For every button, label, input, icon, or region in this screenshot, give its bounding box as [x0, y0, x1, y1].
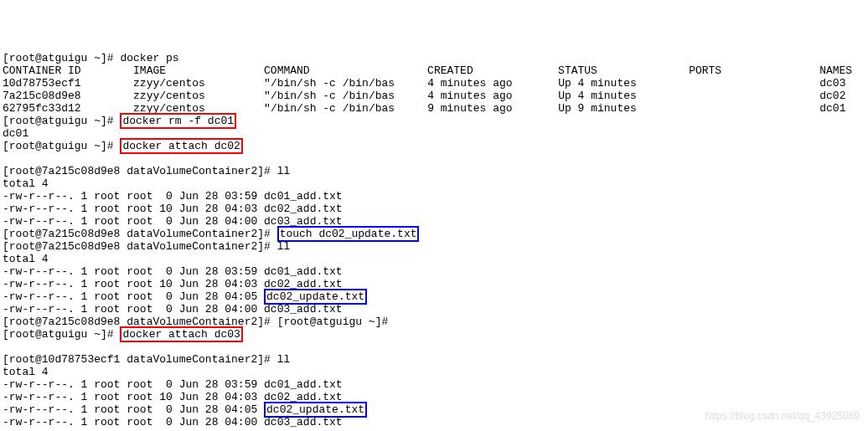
blank-line: [3, 152, 9, 165]
terminal-line: total 4: [3, 366, 49, 378]
terminal-line: [root@7a215c08d9e8 dataVolumeContainer2]…: [3, 240, 290, 253]
docker-rm-command: docker rm -f dc01: [120, 113, 236, 129]
docker-attach-dc02-command: docker attach dc02: [120, 138, 242, 154]
list-item: -rw-r--r--. 1 root root 0 Jun 28 04:00 d…: [3, 303, 343, 316]
terminal-line: CONTAINER ID IMAGE COMMAND CREATED STATU…: [3, 64, 852, 77]
list-item: -rw-r--r--. 1 root root 0 Jun 28 03:59 d…: [3, 265, 343, 278]
docker-attach-dc03-command: docker attach dc03: [120, 326, 242, 342]
list-item: -rw-r--r--. 1 root root 0 Jun 28 03:59 d…: [3, 190, 343, 203]
touch-command: touch dc02_update.txt: [277, 226, 420, 242]
terminal-line: total 4: [3, 177, 49, 190]
terminal-line: [root@atguigu ~]# docker attach dc03: [3, 326, 243, 342]
terminal-line: [root@atguigu ~]# docker ps: [3, 52, 179, 64]
list-item: -rw-r--r--. 1 root root 0 Jun 28 04:00 d…: [3, 416, 343, 428]
terminal-line: total 4: [3, 253, 49, 265]
terminal-line: [root@10d78753ecf1 dataVolumeContainer2]…: [3, 353, 290, 366]
list-item: -rw-r--r--. 1 root root 10 Jun 28 04:03 …: [3, 203, 343, 215]
terminal-line: [root@atguigu ~]# docker rm -f dc01: [3, 113, 236, 129]
list-item: -rw-r--r--. 1 root root 0 Jun 28 03:59 d…: [3, 378, 343, 391]
terminal-line: [root@7a215c08d9e8 dataVolumeContainer2]…: [3, 165, 290, 177]
terminal-line: dc01: [3, 127, 28, 140]
watermark: https://blog.csdn.net/qq_43925089: [705, 410, 860, 423]
terminal-line: [root@atguigu ~]# docker attach dc02: [3, 138, 243, 154]
table-row: 10d78753ecf1 zzyy/centos "/bin/sh -c /bi…: [3, 77, 845, 90]
blank-line: [3, 341, 9, 353]
table-row: 7a215c08d9e8 zzyy/centos "/bin/sh -c /bi…: [3, 90, 845, 102]
